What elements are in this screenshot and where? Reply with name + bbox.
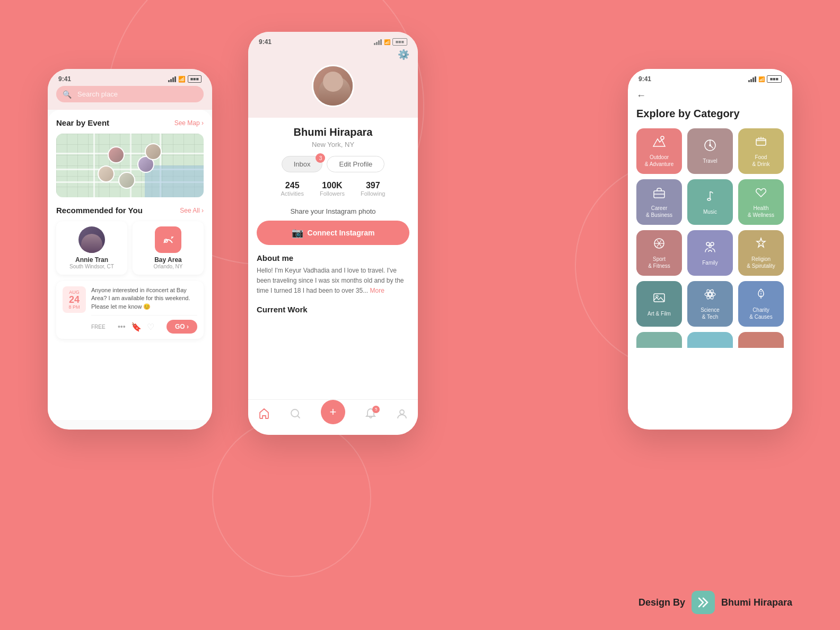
right-content: ← Explore by Category Outdoor& Advanture	[628, 86, 792, 420]
event-body: Anyone interested in #concert at Bay Are…	[91, 286, 197, 334]
about-title: About me	[257, 253, 409, 262]
cat-outdoor-label: Outdoor& Advanture	[645, 154, 673, 168]
cat-science-label: Science& Tech	[701, 307, 720, 320]
cat-charity[interactable]: Charity& Causes	[738, 281, 784, 327]
food-icon	[754, 135, 768, 151]
back-button[interactable]: ←	[636, 90, 784, 101]
stat-followers-value: 100K	[320, 181, 345, 190]
rec-name-2: Bay Area	[154, 256, 182, 264]
signal-icon-right	[748, 76, 756, 82]
travel-icon	[703, 138, 717, 154]
cat-outdoor[interactable]: Outdoor& Advanture	[636, 128, 682, 174]
recommended-section: Recommended for You See All › Annie Tran…	[56, 206, 204, 339]
profile-content: Bhumi Hirapara New York, NY Inbox 3 Edit…	[248, 118, 418, 326]
rec-card-1[interactable]: Annie Tran South Windsor, CT	[56, 221, 127, 275]
stats-row: 245 Activities 100K Followers 397 Follow…	[257, 181, 409, 197]
inbox-tab[interactable]: Inbox 3	[282, 156, 323, 172]
left-time: 9:41	[58, 75, 71, 83]
left-phone: 9:41 📶 ■■■ 🔍 Search place Near by Event …	[48, 69, 212, 430]
cat-religion[interactable]: Religion& Spirutality	[738, 230, 784, 276]
rec-avatar-1	[78, 226, 105, 253]
go-button[interactable]: GO ›	[167, 320, 197, 334]
svg-point-3	[400, 410, 404, 414]
svg-point-4	[661, 136, 664, 139]
stat-following-label: Following	[361, 190, 385, 197]
event-card[interactable]: AUG 24 8 PM Anyone interested in #concer…	[56, 281, 204, 339]
profile-avatar	[312, 65, 354, 107]
partial-row	[636, 332, 784, 348]
cat-health[interactable]: Health& Wellness	[738, 179, 784, 225]
health-icon	[754, 186, 768, 202]
profile-nav[interactable]	[396, 408, 408, 422]
charity-icon	[754, 287, 768, 303]
instagram-icon: 📷	[292, 227, 303, 239]
wifi-icon-mid: 📶	[384, 39, 390, 45]
science-icon	[703, 287, 717, 303]
cat-art[interactable]: Art & Film	[636, 281, 682, 327]
rec-cards: Annie Tran South Windsor, CT Bay Area Or…	[56, 221, 204, 275]
right-status-bar: 9:41 📶 ■■■	[628, 69, 792, 86]
notification-nav[interactable]: 5	[365, 408, 377, 422]
see-map-link[interactable]: See Map ›	[174, 119, 204, 127]
svg-rect-7	[756, 139, 766, 145]
more-link[interactable]: More	[370, 287, 384, 294]
heart-icon[interactable]: ♡	[147, 322, 154, 332]
nearby-header: Near by Event See Map ›	[56, 118, 204, 127]
cat-career[interactable]: Career& Business	[636, 179, 682, 225]
about-section: About me Hello! I'm Keyur Vadhadia and I…	[257, 253, 409, 296]
right-time: 9:41	[638, 75, 651, 83]
search-input-container[interactable]: 🔍 Search place	[56, 86, 204, 102]
cat-art-label: Art & Film	[648, 310, 671, 317]
left-status-icons: 📶 ■■■	[168, 75, 202, 83]
recommended-title: Recommended for You	[56, 206, 143, 215]
footer-logo	[692, 591, 715, 614]
profile-name: Bhumi Hirapara	[257, 126, 409, 138]
cat-travel[interactable]: Travel	[687, 128, 733, 174]
right-status-icons: 📶 ■■■	[748, 75, 782, 83]
connect-instagram-button[interactable]: 📷 Connect Instagram	[257, 221, 409, 245]
map-area[interactable]	[56, 134, 204, 197]
free-badge: FREE	[91, 324, 106, 330]
battery-icon: ■■■	[188, 75, 202, 83]
rec-icon-2	[155, 226, 181, 253]
add-nav[interactable]: +	[321, 400, 345, 424]
notification-badge: 5	[372, 406, 380, 413]
cat-food[interactable]: Food& Drink	[738, 128, 784, 174]
design-by-text: Design By	[638, 597, 685, 608]
cat-career-label: Career& Business	[646, 205, 672, 218]
more-icon[interactable]: •••	[118, 322, 126, 331]
svg-point-20	[656, 295, 658, 298]
designer-name: Bhumi Hirapara	[721, 597, 792, 608]
stat-following-value: 397	[361, 181, 385, 190]
current-work-title: Current Work	[257, 305, 409, 314]
cat-sport[interactable]: Sport& Fitness	[636, 230, 682, 276]
svg-rect-19	[654, 294, 664, 302]
stat-activities-label: Activities	[281, 190, 304, 197]
nearby-title: Near by Event	[56, 118, 109, 127]
cat-family[interactable]: Family	[687, 230, 733, 276]
religion-icon	[754, 237, 768, 252]
event-day: 24	[68, 295, 81, 304]
search-placeholder: Search place	[77, 90, 118, 98]
stat-following: 397 Following	[361, 181, 385, 197]
bookmark-icon[interactable]: 🔖	[131, 322, 142, 332]
stat-activities: 245 Activities	[281, 181, 304, 197]
cat-science[interactable]: Science& Tech	[687, 281, 733, 327]
map-pin-4	[98, 165, 115, 182]
stat-followers: 100K Followers	[320, 181, 345, 197]
home-nav[interactable]	[258, 408, 270, 422]
cat-music[interactable]: Music	[687, 179, 733, 225]
edit-profile-tab[interactable]: Edit Profile	[327, 156, 384, 172]
signal-icon-mid	[374, 39, 382, 45]
sport-icon	[652, 237, 666, 252]
right-phone: 9:41 📶 ■■■ ← Explore by Category Outd	[628, 69, 792, 430]
settings-icon[interactable]: ⚙️	[398, 49, 409, 60]
map-pin-5	[118, 172, 135, 189]
battery-icon-mid: ■■■	[392, 38, 407, 46]
footer: Design By Bhumi Hirapara	[638, 591, 792, 614]
search-nav[interactable]	[290, 408, 301, 422]
event-date: AUG 24 8 PM	[63, 286, 86, 313]
current-work-section: Current Work	[257, 305, 409, 314]
rec-card-2[interactable]: Bay Area Orlando, NY	[133, 221, 204, 275]
see-all-link[interactable]: See All ›	[180, 207, 204, 214]
